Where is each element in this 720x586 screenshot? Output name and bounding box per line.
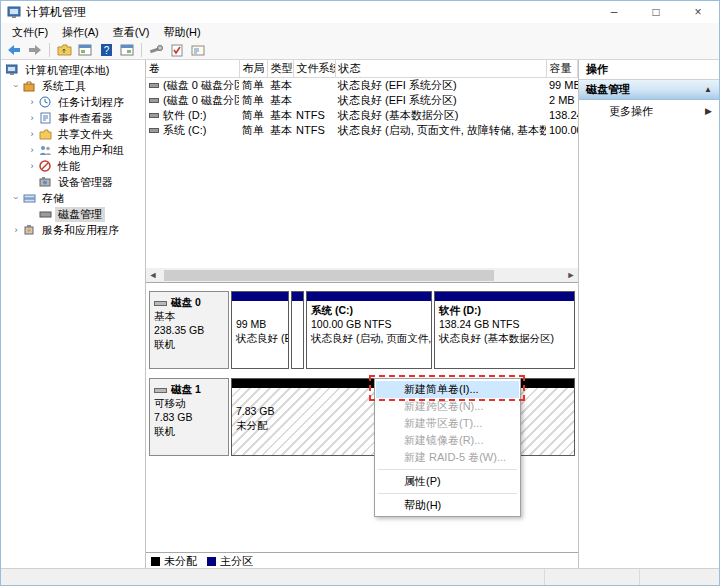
volume-icon [149, 128, 159, 133]
app-icon [7, 5, 21, 19]
menu-view[interactable]: 查看(V) [106, 23, 157, 42]
more-actions-item[interactable]: 更多操作 ▶ [579, 100, 719, 122]
disk-0-row: 磁盘 0 基本 238.35 GB 联机 99 MB状态良好 (E [149, 291, 575, 369]
legend-primary-partition: 主分区 [207, 554, 253, 569]
status-segment [544, 569, 639, 585]
partition-efi[interactable]: 99 MB状态良好 (E [231, 291, 289, 369]
actions-pane: 操作 磁盘管理 ▲ 更多操作 ▶ [579, 60, 719, 569]
shared-folder-icon [38, 128, 52, 140]
partition-color-bar [292, 292, 303, 301]
status-bar [1, 568, 719, 585]
chevron-right-icon[interactable]: › [27, 145, 37, 155]
toolbar-separator [141, 43, 142, 57]
column-header-layout[interactable]: 布局 [239, 60, 267, 77]
table-row[interactable]: 系统 (C:) 简单基本 NTFS状态良好 (启动, 页面文件, 故障转储, 基… [146, 123, 578, 138]
toolbar: ? [1, 41, 719, 60]
close-button[interactable]: × [677, 1, 719, 23]
table-row[interactable]: (磁盘 0 磁盘分区 3) 简单基本 状态良好 (EFI 系统分区) 2 MB [146, 93, 578, 108]
context-menu: 新建简单卷(I)... 新建跨区卷(N)... 新建带区卷(T)... 新建镜像… [374, 378, 521, 517]
disk-icon [154, 301, 167, 306]
tree-item-label: 磁盘管理 [55, 207, 105, 222]
computer-management-window: 计算机管理 – □ × 文件(F) 操作(A) 查看(V) 帮助(H) ? [0, 0, 720, 586]
scroll-right-icon[interactable]: ► [564, 268, 578, 282]
column-header-type[interactable]: 类型 [267, 60, 293, 77]
tree-item-device-manager[interactable]: 设备管理器 [1, 174, 145, 190]
tree-item-label: 计算机管理(本地) [22, 63, 112, 78]
partition-reserved[interactable] [291, 291, 304, 369]
legend-bar: 未分配 主分区 [146, 552, 578, 569]
computer-management-icon [5, 64, 19, 76]
menu-action[interactable]: 操作(A) [55, 23, 106, 42]
svg-text:?: ? [103, 45, 109, 56]
column-header-status[interactable]: 状态 [335, 60, 546, 77]
column-header-capacity[interactable]: 容量 [546, 60, 578, 77]
tree-item-label: 本地用户和组 [55, 143, 127, 158]
device-manager-icon [38, 176, 52, 188]
toolbox-icon [22, 80, 36, 92]
maximize-button[interactable]: □ [635, 1, 677, 23]
tree-item-shared-folders[interactable]: › 共享文件夹 [1, 126, 145, 142]
disk-0-label[interactable]: 磁盘 0 基本 238.35 GB 联机 [149, 291, 229, 369]
menu-bar: 文件(F) 操作(A) 查看(V) 帮助(H) [1, 23, 719, 41]
menu-separator [378, 493, 517, 494]
partition-software-d[interactable]: 软件 (D:)138.24 GB NTFS状态良好 (基本数据分区) [434, 291, 575, 369]
help-icon[interactable]: ? [97, 42, 115, 58]
console-tree: 计算机管理(本地) › 系统工具 › 任务计划程序 › 事件查看器 › 共享文件… [1, 60, 146, 569]
tree-item-computer-management[interactable]: 计算机管理(本地) [1, 62, 145, 78]
chevron-right-icon[interactable]: › [11, 225, 21, 235]
tree-item-disk-management[interactable]: 磁盘管理 [1, 206, 145, 222]
console-tree-window-icon[interactable] [76, 42, 94, 58]
tree-item-performance[interactable]: › 性能 [1, 158, 145, 174]
volume-icon [149, 83, 159, 88]
column-header-filesystem[interactable]: 文件系统 [293, 60, 335, 77]
up-folder-icon[interactable] [55, 42, 73, 58]
tree-item-local-users-groups[interactable]: › 本地用户和组 [1, 142, 145, 158]
menu-help[interactable]: 帮助(H) [156, 23, 207, 42]
window-panel-icon[interactable] [118, 42, 136, 58]
chevron-down-icon[interactable]: › [11, 81, 21, 91]
menu-item-new-striped-volume: 新建带区卷(T)... [376, 415, 519, 432]
partition-system-c[interactable]: 系统 (C:)100.00 GB NTFS状态良好 (启动, 页面文件, 故障转 [306, 291, 432, 369]
actions-group-disk-management[interactable]: 磁盘管理 ▲ [579, 80, 719, 100]
menu-item-properties[interactable]: 属性(P) [376, 473, 519, 490]
tree-item-task-scheduler[interactable]: › 任务计划程序 [1, 94, 145, 110]
menu-item-help[interactable]: 帮助(H) [376, 497, 519, 514]
details-panel-icon[interactable] [189, 42, 207, 58]
tree-item-event-viewer[interactable]: › 事件查看器 [1, 110, 145, 126]
disk-1-label[interactable]: 磁盘 1 可移动 7.83 GB 联机 [149, 378, 229, 456]
actions-header: 操作 [579, 60, 719, 80]
horizontal-scrollbar[interactable]: ◄ ► [146, 268, 578, 282]
back-arrow-icon[interactable] [5, 42, 23, 58]
chevron-right-icon[interactable]: › [27, 161, 37, 171]
chevron-down-icon[interactable]: › [11, 193, 21, 203]
chevron-right-icon[interactable]: › [27, 97, 37, 107]
pointer-tool-icon[interactable] [147, 42, 165, 58]
chevron-right-icon[interactable]: › [27, 129, 37, 139]
volume-table-header: 卷 布局 类型 文件系统 状态 容量 [146, 60, 578, 77]
collapse-arrow-icon[interactable]: ▲ [704, 85, 712, 94]
storage-icon [22, 192, 36, 204]
chevron-right-icon[interactable]: › [27, 113, 37, 123]
volume-icon [149, 98, 159, 103]
scroll-left-icon[interactable]: ◄ [146, 268, 160, 282]
tree-item-label: 任务计划程序 [55, 95, 127, 110]
menu-file[interactable]: 文件(F) [5, 23, 55, 42]
event-log-icon [38, 112, 52, 124]
menu-item-new-simple-volume[interactable]: 新建简单卷(I)... [376, 381, 519, 398]
table-row[interactable]: (磁盘 0 磁盘分区 1) 简单基本 状态良好 (EFI 系统分区) 99 MB [146, 77, 578, 93]
column-header-volume[interactable]: 卷 [146, 60, 239, 77]
tree-item-services-applications[interactable]: › 服务和应用程序 [1, 222, 145, 238]
tree-item-storage[interactable]: › 存储 [1, 190, 145, 206]
legend-label: 未分配 [164, 554, 197, 569]
title-bar: 计算机管理 – □ × [1, 1, 719, 23]
checklist-icon[interactable] [168, 42, 186, 58]
tree-item-system-tools[interactable]: › 系统工具 [1, 78, 145, 94]
partition-color-bar [307, 292, 431, 301]
volume-icon [149, 113, 159, 118]
forward-arrow-icon[interactable] [26, 42, 44, 58]
scrollbar-thumb[interactable] [164, 270, 494, 281]
minimize-button[interactable]: – [593, 1, 635, 23]
partition-color-bar [232, 292, 288, 301]
users-icon [38, 144, 52, 156]
table-row[interactable]: 软件 (D:) 简单基本 NTFS状态良好 (基本数据分区) 138.24 [146, 108, 578, 123]
